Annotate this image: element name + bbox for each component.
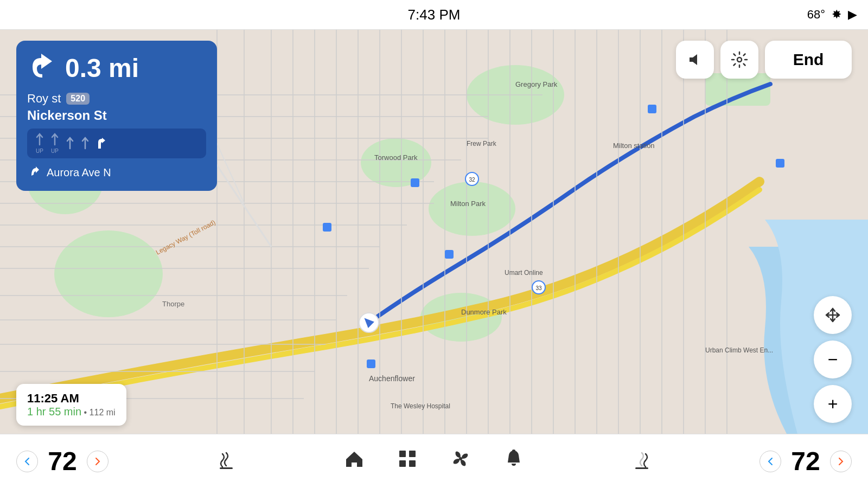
lane-1: UP bbox=[34, 133, 46, 154]
torwood-park-label: Torwood Park bbox=[374, 153, 418, 162]
end-navigation-button[interactable]: End bbox=[765, 41, 852, 79]
svg-rect-61 bbox=[409, 451, 416, 457]
signal-icon: ▶ bbox=[848, 8, 857, 22]
status-bar: 7:43 PM 68° ✸ ▶ bbox=[0, 0, 868, 30]
turn-arrow-icon bbox=[27, 50, 58, 85]
svg-rect-51 bbox=[776, 159, 784, 168]
eta-time: 11:25 AM bbox=[27, 391, 79, 405]
svg-rect-59 bbox=[220, 467, 233, 469]
svg-text:33: 33 bbox=[535, 285, 542, 291]
right-temp-increase[interactable] bbox=[830, 451, 852, 472]
map-controls: − + bbox=[814, 296, 852, 423]
svg-rect-47 bbox=[411, 178, 419, 187]
lane-3 bbox=[64, 137, 76, 151]
gregory-park-label: Gregory Park bbox=[515, 80, 558, 88]
left-temp-decrease[interactable] bbox=[16, 451, 38, 472]
move-map-button[interactable] bbox=[814, 296, 852, 334]
right-temp-value: 72 bbox=[787, 446, 825, 476]
svg-point-2 bbox=[361, 138, 431, 187]
svg-rect-49 bbox=[367, 359, 375, 368]
route-badge: 520 bbox=[66, 93, 90, 105]
svg-rect-48 bbox=[445, 250, 454, 259]
zoom-out-button[interactable]: − bbox=[814, 341, 852, 378]
svg-rect-46 bbox=[323, 223, 331, 232]
next-turn-icon bbox=[27, 164, 41, 181]
volume-button[interactable] bbox=[676, 41, 714, 79]
zoom-out-icon: − bbox=[828, 351, 838, 368]
zoom-in-icon: + bbox=[828, 395, 838, 413]
nav-card: 0.3 mi Roy st 520 Nickerson St UP UP bbox=[16, 41, 217, 191]
wesley-hospital-label: The Wesley Hospital bbox=[391, 402, 450, 410]
next-turn-street: Aurora Ave N bbox=[47, 166, 111, 179]
fan-button[interactable] bbox=[450, 448, 471, 474]
urban-climb-label: Urban Climb West En... bbox=[705, 346, 773, 354]
settings-button[interactable] bbox=[720, 41, 758, 79]
street-info: Roy st 520 Nickerson St bbox=[27, 92, 206, 123]
distance-text: 0.3 mi bbox=[65, 53, 139, 83]
thorpe-label: Thorpe bbox=[162, 300, 184, 308]
lane-4 bbox=[79, 137, 91, 151]
eta-card: 11:25 AM 1 hr 55 min • 112 mi bbox=[16, 384, 126, 426]
svg-point-5 bbox=[54, 230, 163, 317]
bottom-bar: 72 bbox=[0, 434, 868, 488]
svg-text:32: 32 bbox=[469, 177, 475, 183]
svg-rect-66 bbox=[635, 467, 648, 469]
bottom-nav-icons bbox=[344, 448, 524, 474]
left-temp-value: 72 bbox=[43, 446, 81, 476]
bluetooth-icon: ✸ bbox=[832, 8, 841, 22]
lane-5 bbox=[94, 137, 106, 151]
notification-button[interactable] bbox=[503, 448, 524, 474]
lane-2: UP bbox=[49, 133, 61, 154]
right-temp-control: 72 bbox=[760, 446, 852, 476]
street-row: Roy st 520 bbox=[27, 92, 206, 106]
svg-point-64 bbox=[459, 457, 462, 460]
apps-button[interactable] bbox=[397, 448, 418, 474]
svg-point-58 bbox=[737, 57, 742, 62]
home-button[interactable] bbox=[344, 448, 365, 474]
svg-rect-62 bbox=[399, 460, 406, 467]
left-temp-control: 72 bbox=[16, 446, 108, 476]
eta-distance: 112 mi bbox=[90, 408, 116, 417]
svg-rect-60 bbox=[399, 451, 406, 457]
left-temp-increase[interactable] bbox=[87, 451, 108, 472]
left-heat-icon bbox=[215, 448, 237, 474]
status-right: 68° ✸ ▶ bbox=[807, 8, 857, 22]
svg-point-3 bbox=[429, 182, 515, 236]
svg-rect-50 bbox=[648, 105, 656, 113]
next-turn: Aurora Ave N bbox=[27, 164, 206, 181]
eta-separator: • bbox=[84, 408, 87, 417]
status-time: 7:43 PM bbox=[408, 7, 461, 23]
umart-label: Umart Online bbox=[505, 269, 543, 277]
auchenflower-label: Auchenflower bbox=[369, 374, 415, 383]
right-heat-icon bbox=[631, 448, 653, 474]
right-temp-decrease[interactable] bbox=[760, 451, 781, 472]
eta-duration: 1 hr 55 min bbox=[27, 406, 81, 418]
milton-station-label: Milton station bbox=[613, 142, 655, 150]
dunmore-park-label: Dunmore Park bbox=[461, 308, 507, 316]
status-temperature: 68° bbox=[807, 8, 825, 22]
zoom-in-button[interactable]: + bbox=[814, 385, 852, 423]
lane-guidance: UP UP bbox=[27, 129, 206, 158]
end-label: End bbox=[793, 50, 824, 69]
svg-rect-65 bbox=[512, 450, 515, 452]
street-name: Roy st bbox=[27, 92, 61, 106]
frew-park-label: Frew Park bbox=[467, 140, 497, 147]
top-controls: End bbox=[676, 41, 852, 79]
cross-street: Nickerson St bbox=[27, 108, 206, 123]
nav-card-top: 0.3 mi bbox=[27, 50, 206, 85]
svg-rect-63 bbox=[409, 460, 416, 467]
milton-park-label: Milton Park bbox=[450, 200, 486, 208]
